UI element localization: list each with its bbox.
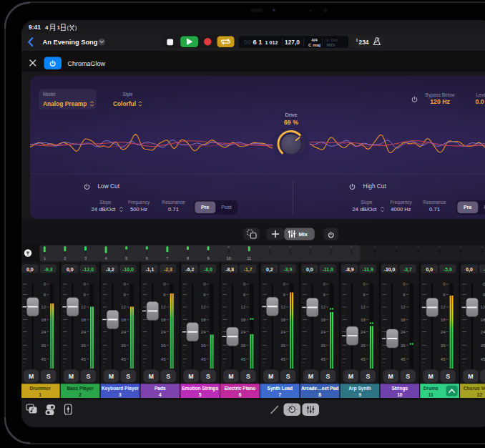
- svg-text:18: 18: [241, 317, 246, 322]
- svg-text:10: 10: [397, 392, 403, 397]
- svg-text:S: S: [366, 373, 370, 380]
- svg-text:-8,8: -8,8: [225, 267, 234, 273]
- svg-text:Post: Post: [221, 204, 231, 210]
- svg-text:0.71: 0.71: [429, 206, 440, 213]
- svg-text:-5,0: -5,0: [444, 267, 452, 273]
- svg-text:69 %: 69 %: [284, 119, 298, 126]
- svg-text:0: 0: [243, 281, 246, 286]
- svg-text:24: 24: [401, 329, 406, 334]
- svg-text:0: 0: [283, 281, 286, 286]
- svg-text:24: 24: [481, 329, 485, 334]
- svg-text:18: 18: [441, 317, 446, 322]
- svg-text:12: 12: [401, 304, 406, 309]
- svg-text:Out: Out: [331, 38, 338, 42]
- svg-text:M: M: [268, 373, 273, 380]
- svg-text:12: 12: [320, 304, 325, 309]
- svg-text:6: 6: [44, 292, 46, 297]
- svg-text:24: 24: [121, 329, 126, 334]
- svg-text:6 1: 6 1: [253, 38, 263, 46]
- svg-text:24 dB/Oct: 24 dB/Oct: [92, 206, 117, 213]
- svg-text:Analog Preamp: Analog Preamp: [43, 100, 87, 107]
- svg-text:S: S: [87, 373, 91, 380]
- svg-text:-3,7: -3,7: [403, 267, 412, 273]
- svg-text:24: 24: [201, 329, 206, 334]
- svg-text:0,0: 0,0: [466, 267, 473, 273]
- svg-text:Mix: Mix: [299, 231, 308, 238]
- svg-text:6: 6: [123, 292, 126, 297]
- svg-text:Slope: Slope: [361, 200, 373, 205]
- svg-text:35: 35: [201, 343, 206, 348]
- svg-text:35: 35: [361, 343, 366, 348]
- svg-text:-1,1: -1,1: [145, 267, 154, 273]
- svg-text:M: M: [388, 373, 393, 380]
- svg-text:Arcade…eet Pad: Arcade…eet Pad: [301, 386, 338, 391]
- svg-text:500 Hz: 500 Hz: [130, 206, 147, 213]
- svg-text:Resonance: Resonance: [423, 200, 446, 205]
- svg-text:Synth Lead: Synth Lead: [268, 386, 293, 391]
- svg-text:): ): [75, 24, 77, 31]
- svg-text:45: 45: [441, 356, 446, 361]
- svg-text:00: 00: [244, 38, 252, 46]
- svg-text:Pre: Pre: [201, 204, 210, 210]
- svg-text:Level: Level: [476, 92, 485, 97]
- svg-text:-11,9: -11,9: [362, 267, 373, 273]
- svg-text:45: 45: [481, 356, 485, 361]
- svg-text:6: 6: [363, 292, 366, 297]
- svg-text:(: (: [67, 24, 69, 31]
- svg-text:24: 24: [320, 329, 325, 334]
- svg-text:18: 18: [121, 317, 126, 322]
- svg-text:S: S: [326, 373, 330, 380]
- svg-text:8: 8: [318, 392, 321, 397]
- svg-text:35: 35: [320, 343, 325, 348]
- svg-text:35: 35: [401, 343, 406, 348]
- svg-text:35: 35: [280, 343, 285, 348]
- svg-text:9:41: 9:41: [29, 24, 41, 31]
- svg-text:12: 12: [81, 304, 86, 309]
- svg-text:4: 4: [45, 24, 49, 31]
- svg-text:Bass Player: Bass Player: [67, 386, 94, 391]
- svg-text:S: S: [126, 373, 130, 380]
- svg-text:45: 45: [361, 356, 366, 361]
- svg-text:M: M: [149, 373, 154, 380]
- svg-text:45: 45: [161, 356, 166, 361]
- svg-text:6: 6: [203, 292, 206, 297]
- svg-text:6: 6: [443, 292, 446, 297]
- svg-text:ChromaGlow: ChromaGlow: [68, 60, 106, 67]
- svg-text:M: M: [308, 373, 313, 380]
- svg-text:12: 12: [121, 304, 126, 309]
- svg-text:0,0: 0,0: [67, 267, 74, 273]
- svg-text:5: 5: [199, 392, 202, 397]
- svg-text:M: M: [109, 373, 114, 380]
- svg-text:Strings: Strings: [391, 386, 408, 391]
- svg-text:45: 45: [81, 356, 86, 361]
- svg-text:45: 45: [121, 356, 126, 361]
- svg-text:S: S: [166, 373, 170, 380]
- svg-text:0: 0: [163, 281, 166, 286]
- svg-text:6: 6: [323, 292, 326, 297]
- svg-text:4: 4: [159, 392, 162, 397]
- svg-text:-3,9: -3,9: [283, 267, 292, 273]
- svg-text:S: S: [406, 373, 410, 380]
- svg-text:0,2: 0,2: [266, 267, 273, 273]
- svg-text:1: 1: [44, 256, 46, 260]
- svg-text:S: S: [286, 373, 290, 380]
- svg-text:M: M: [29, 373, 34, 380]
- svg-text:35: 35: [161, 343, 166, 348]
- svg-text:45: 45: [280, 356, 285, 361]
- svg-text:6: 6: [403, 292, 406, 297]
- svg-text:M: M: [468, 373, 473, 380]
- svg-text:35: 35: [441, 343, 446, 348]
- svg-text:MIDI: MIDI: [327, 43, 335, 47]
- svg-text:6: 6: [163, 292, 166, 297]
- svg-text:24: 24: [241, 329, 246, 334]
- svg-text:-3,2: -3,2: [106, 267, 114, 273]
- svg-text:7: 7: [278, 392, 281, 397]
- svg-text:35: 35: [81, 343, 86, 348]
- svg-text:S: S: [206, 373, 210, 380]
- svg-text:45: 45: [241, 356, 246, 361]
- svg-text:M: M: [348, 373, 353, 380]
- svg-text:Keyboard Player: Keyboard Player: [102, 386, 139, 391]
- svg-text:12: 12: [161, 304, 166, 309]
- svg-text:35: 35: [121, 343, 126, 348]
- svg-text:18: 18: [280, 317, 285, 322]
